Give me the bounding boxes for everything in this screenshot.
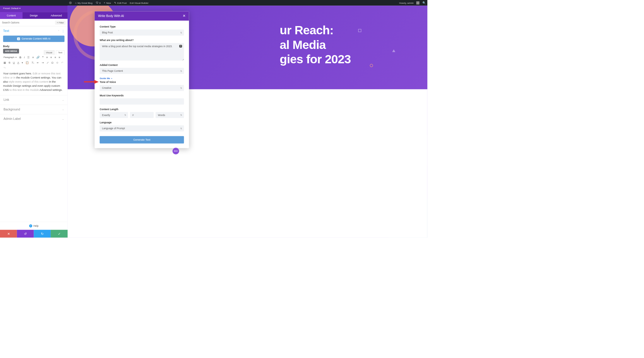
indent-in-icon[interactable]: ⇥	[42, 61, 44, 64]
align-justify-icon[interactable]: ≡	[59, 56, 60, 59]
ordered-list-icon[interactable]: ≡	[32, 56, 34, 59]
ai-suggest-icon[interactable]: AI	[179, 45, 182, 47]
preset-selector[interactable]: Preset: Default ▾	[3, 7, 65, 9]
bottom-actions: ✕ ↺ ↻ ✓	[0, 230, 68, 238]
accordion-background[interactable]: Background ⌄	[0, 105, 68, 114]
wp-admin-bar: ⓦ ⌂My Great Blog 🗨0 +New ✎Edit Post Exit…	[0, 0, 427, 6]
keywords-input[interactable]	[100, 98, 184, 105]
paste-icon[interactable]: 📋	[25, 61, 29, 64]
decoration-triangle-icon	[392, 50, 395, 52]
tone-select[interactable]: Creative⇅	[100, 85, 184, 91]
generate-ai-button[interactable]: AI Generate Content With AI	[3, 35, 65, 42]
wp-logo-icon[interactable]: ⓦ	[68, 0, 73, 6]
accordion-link[interactable]: Link ⌄	[0, 95, 68, 105]
help-row[interactable]: ? Help	[0, 222, 68, 230]
table-icon[interactable]: ▦	[4, 61, 6, 64]
filter-button[interactable]: + Filter	[55, 20, 66, 25]
editor-tab-visual[interactable]: Visual	[44, 50, 54, 55]
context-select[interactable]: This Page Content⇅	[100, 68, 184, 74]
select-caret-icon: ⇅	[180, 87, 182, 89]
exit-builder-link[interactable]: Exit Visual Builder	[128, 0, 150, 6]
triangle-up-icon: ▲	[111, 77, 112, 79]
section-text-header[interactable]: Text ⌃ ⋯	[0, 26, 68, 36]
chevron-down-icon: ▼	[15, 56, 17, 58]
modal-title: Write Body With AI	[98, 14, 124, 18]
length-mode-select[interactable]: Exactly⇅	[100, 112, 128, 118]
redo-button[interactable]: ↻	[34, 230, 51, 238]
hero-title: ur Reach: al Media gies for 2023	[280, 23, 416, 67]
fullscreen-icon[interactable]: ⤢	[47, 61, 49, 64]
length-number-input[interactable]	[130, 112, 154, 118]
paragraph-select[interactable]: Paragraph ▼	[4, 56, 17, 59]
clear-icon[interactable]: Tₓ	[31, 61, 34, 64]
link-icon[interactable]: 🔗	[36, 56, 40, 59]
add-media-button[interactable]: ADD MEDIA	[3, 49, 19, 54]
bold-icon[interactable]: B	[19, 56, 21, 59]
align-center-icon[interactable]: ≡	[50, 56, 52, 59]
about-textarea[interactable]: Write a blog post about the top social m…	[100, 43, 184, 61]
chevron-down-icon: ⌄	[62, 117, 64, 120]
accordion-admin-label[interactable]: Admin Label ⌄	[0, 114, 68, 124]
generate-text-button[interactable]: Generate Text	[100, 136, 184, 144]
builder-fab-button[interactable]: •••	[172, 148, 179, 154]
editor-body[interactable]: Your content goes here. Edit or remove t…	[3, 71, 65, 92]
search-options-row: + Filter	[0, 19, 68, 26]
content-type-label: Content Type	[100, 25, 184, 28]
language-select[interactable]: Language of Prompt⇅	[100, 125, 184, 132]
tab-content[interactable]: Content	[0, 12, 23, 19]
help-icon: ?	[29, 224, 32, 228]
tab-advanced[interactable]: Advanced	[45, 12, 68, 19]
tab-design[interactable]: Design	[23, 12, 45, 19]
select-caret-icon: ⇅	[180, 127, 182, 129]
body-label: Body	[0, 45, 68, 49]
align-right-icon[interactable]: ≡	[54, 56, 56, 59]
comments-link[interactable]: 🗨0	[94, 0, 102, 6]
tone-label: Tone of Voice	[100, 81, 184, 83]
indent-out-icon[interactable]: ⇤	[37, 61, 39, 64]
editor-toolbar: Paragraph ▼ B I ☰ ≡ 🔗 ❝ ≡ ≡ ≡ ≡ ▦ S U A …	[0, 55, 68, 70]
about-label: What are you writing about?	[100, 39, 184, 42]
decoration-square-icon	[358, 29, 362, 32]
select-caret-icon: ⇅	[124, 114, 126, 116]
section-more-icon[interactable]: ⋯	[61, 29, 65, 33]
omega-icon[interactable]: Ω	[51, 61, 53, 64]
undo-icon[interactable]: ↶	[61, 61, 64, 64]
quote-icon[interactable]: ❝	[42, 56, 44, 59]
length-label: Content Length	[100, 108, 184, 111]
italic-icon[interactable]: I	[24, 56, 25, 59]
select-caret-icon: ⇅	[180, 114, 182, 116]
undo-button[interactable]: ↺	[17, 230, 34, 238]
new-link[interactable]: +New	[102, 0, 112, 6]
ai-badge-icon: AI	[17, 37, 20, 40]
language-label: Language	[100, 121, 184, 124]
underline-icon[interactable]: U	[13, 61, 15, 64]
select-caret-icon: ⇅	[180, 32, 182, 34]
emoji-icon[interactable]: ☺	[56, 61, 59, 64]
howdy-user[interactable]: Howdy, admin	[398, 0, 421, 6]
decoration-circle-icon	[370, 64, 373, 67]
site-link[interactable]: ⌂My Great Blog	[73, 0, 94, 6]
modal-header: Write Body With AI ✕	[95, 11, 189, 21]
more-toolbar-icon[interactable]: ▾	[22, 61, 23, 64]
cancel-button[interactable]: ✕	[0, 230, 17, 238]
strike-icon[interactable]: S	[8, 61, 10, 64]
content-type-select[interactable]: Blog Post⇅	[100, 30, 184, 36]
annotation-arrow	[83, 79, 99, 84]
length-unit-select[interactable]: Words⇅	[155, 112, 184, 118]
save-button[interactable]: ✓	[51, 230, 68, 238]
guide-me-toggle[interactable]: Guide Me ▲	[100, 77, 112, 80]
plus-icon: +	[104, 1, 105, 4]
textcolor-icon[interactable]: A	[17, 61, 19, 64]
close-icon[interactable]: ✕	[183, 14, 186, 18]
select-caret-icon: ⇅	[180, 70, 182, 72]
align-left-icon[interactable]: ≡	[46, 56, 48, 59]
settings-panel: Text Settings Preset: Default ▾ ⛶ ◧ ⋮ Co…	[0, 0, 68, 238]
avatar	[416, 1, 419, 4]
redo-icon[interactable]: ↷	[4, 66, 6, 69]
editor-tab-text[interactable]: Text	[56, 50, 64, 55]
keywords-label: Must Use Keywords	[100, 94, 184, 97]
bullet-list-icon[interactable]: ☰	[27, 56, 30, 59]
search-icon[interactable]: 🔍	[421, 0, 427, 6]
search-input[interactable]	[2, 21, 55, 24]
edit-post-link[interactable]: ✎Edit Post	[112, 0, 128, 6]
